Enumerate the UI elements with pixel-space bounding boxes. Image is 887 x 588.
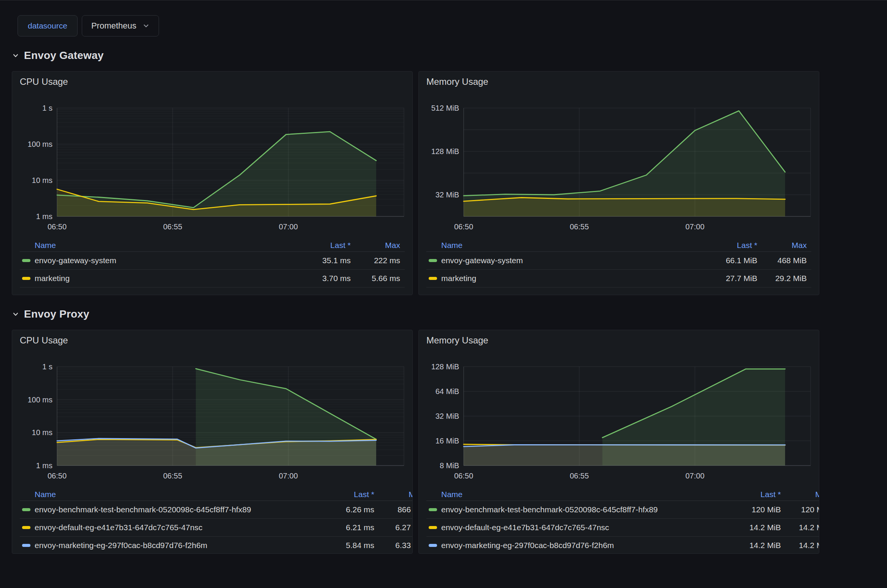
row-toggle-envoy-gateway[interactable]: Envoy Gateway [12, 49, 104, 62]
time-series-chart[interactable]: 1 s100 ms10 ms1 ms06:5006:5507:00 [20, 363, 405, 483]
svg-text:1 ms: 1 ms [36, 212, 52, 221]
legend-row[interactable]: envoy-benchmark-test-benchmark-0520098c-… [20, 501, 413, 519]
series-color-swatch [429, 277, 437, 280]
time-series-chart[interactable]: 512 MiB128 MiB32 MiB06:5006:5507:00 [426, 104, 811, 234]
legend-row[interactable]: envoy-default-eg-e41e7b31-647dc7c765-47n… [426, 519, 819, 537]
svg-text:07:00: 07:00 [279, 222, 298, 231]
svg-text:06:50: 06:50 [48, 472, 67, 480]
legend-header-name[interactable]: Name [441, 490, 716, 499]
svg-text:10 ms: 10 ms [32, 428, 52, 437]
panel-title[interactable]: Memory Usage [426, 335, 488, 346]
panel-title[interactable]: CPU Usage [20, 76, 68, 87]
series-color-swatch [22, 526, 30, 529]
series-last-value: 14.2 MiB [716, 541, 781, 550]
svg-text:1 s: 1 s [42, 104, 52, 112]
panel-gateway-memory-usage: Memory Usage 512 MiB128 MiB32 MiB06:5006… [418, 71, 819, 295]
legend-header-last[interactable]: Last * [693, 241, 757, 250]
series-max-value: 120 MiB [781, 505, 819, 514]
svg-text:06:50: 06:50 [48, 222, 67, 231]
legend-table: NameLast *Maxenvoy-gateway-system35.1 ms… [20, 240, 405, 288]
svg-text:10 ms: 10 ms [32, 176, 52, 184]
legend-header-name[interactable]: Name [441, 241, 693, 250]
series-last-value: 6.26 ms [310, 505, 374, 514]
panel-row: CPU Usage 1 s100 ms10 ms1 ms06:5006:5507… [12, 71, 819, 295]
svg-text:06:50: 06:50 [454, 222, 473, 231]
series-name[interactable]: envoy-default-eg-e41e7b31-647dc7c765-47n… [35, 523, 310, 532]
series-color-swatch [429, 508, 437, 511]
legend-header: NameLast *Max [20, 240, 405, 252]
series-color-swatch [22, 508, 30, 511]
series-name[interactable]: envoy-benchmark-test-benchmark-0520098c-… [441, 505, 716, 514]
legend-table: NameLast *Maxenvoy-benchmark-test-benchm… [426, 489, 811, 554]
legend-row[interactable]: envoy-marketing-eg-297f0cac-b8cd97d76-f2… [426, 537, 819, 554]
series-last-value: 5.84 ms [310, 541, 374, 550]
legend-row[interactable]: marketing27.7 MiB29.2 MiB [426, 270, 811, 288]
svg-text:06:55: 06:55 [570, 222, 589, 231]
series-max-value: 29.2 MiB [757, 274, 807, 283]
series-name[interactable]: envoy-default-eg-e41e7b31-647dc7c765-47n… [441, 523, 716, 532]
svg-text:32 MiB: 32 MiB [436, 412, 459, 420]
svg-text:8 MiB: 8 MiB [440, 461, 459, 470]
series-last-value: 6.21 ms [310, 523, 374, 532]
series-last-value: 14.2 MiB [716, 523, 781, 532]
svg-text:06:55: 06:55 [570, 472, 589, 480]
legend-header-name[interactable]: Name [35, 241, 286, 250]
series-name[interactable]: envoy-gateway-system [441, 256, 693, 265]
svg-text:100 ms: 100 ms [27, 396, 52, 404]
svg-text:06:55: 06:55 [163, 472, 182, 480]
series-name[interactable]: envoy-benchmark-test-benchmark-0520098c-… [35, 505, 310, 514]
series-last-value: 120 MiB [716, 505, 781, 514]
legend-row[interactable]: envoy-benchmark-test-benchmark-0520098c-… [426, 501, 819, 519]
dashboard-variables-toolbar: datasource Prometheus [17, 15, 887, 37]
series-max-value: 468 MiB [757, 256, 807, 265]
series-last-value: 27.7 MiB [693, 274, 757, 283]
series-name[interactable]: envoy-gateway-system [35, 256, 286, 265]
svg-text:100 ms: 100 ms [27, 140, 52, 148]
series-max-value: 6.27 ms [374, 523, 413, 532]
series-name[interactable]: marketing [441, 274, 693, 283]
legend-header-max[interactable]: Max [757, 241, 807, 250]
legend-header: NameLast *Max [426, 489, 819, 501]
legend-header-last[interactable]: Last * [286, 241, 351, 250]
svg-text:07:00: 07:00 [279, 472, 298, 480]
svg-text:06:50: 06:50 [454, 472, 473, 480]
svg-text:07:00: 07:00 [685, 472, 704, 480]
series-color-swatch [429, 544, 437, 547]
panel-title[interactable]: CPU Usage [20, 335, 68, 346]
legend-header-last[interactable]: Last * [310, 490, 374, 499]
legend-header-max[interactable]: Max [781, 490, 819, 499]
legend-row[interactable]: envoy-marketing-eg-297f0cac-b8cd97d76-f2… [20, 537, 413, 554]
series-last-value: 66.1 MiB [693, 256, 757, 265]
series-max-value: 222 ms [351, 256, 400, 265]
svg-text:1 s: 1 s [42, 363, 52, 371]
series-color-swatch [22, 544, 30, 547]
legend-header-last[interactable]: Last * [716, 490, 781, 499]
legend-row[interactable]: marketing3.70 ms5.66 ms [20, 270, 405, 288]
series-color-swatch [22, 259, 30, 262]
legend-row[interactable]: envoy-gateway-system66.1 MiB468 MiB [426, 252, 811, 270]
legend-header-name[interactable]: Name [35, 490, 310, 499]
legend-header-max[interactable]: Max [374, 490, 413, 499]
datasource-dropdown[interactable]: Prometheus [82, 15, 159, 37]
series-color-swatch [429, 526, 437, 529]
legend-header: NameLast *Max [20, 489, 413, 501]
series-name[interactable]: envoy-marketing-eg-297f0cac-b8cd97d76-f2… [35, 541, 310, 550]
panel-row: CPU Usage 1 s100 ms10 ms1 ms06:5006:5507… [12, 330, 819, 554]
legend-header-max[interactable]: Max [351, 241, 400, 250]
time-series-chart[interactable]: 128 MiB64 MiB32 MiB16 MiB8 MiB06:5006:55… [426, 363, 811, 483]
legend-table: NameLast *Maxenvoy-gateway-system66.1 Mi… [426, 240, 811, 288]
series-last-value: 3.70 ms [286, 274, 351, 283]
legend-row[interactable]: envoy-default-eg-e41e7b31-647dc7c765-47n… [20, 519, 413, 537]
row-toggle-envoy-proxy[interactable]: Envoy Proxy [12, 308, 89, 320]
series-max-value: 5.66 ms [351, 274, 400, 283]
panel-title[interactable]: Memory Usage [426, 76, 488, 87]
series-max-value: 14.2 MiB [781, 523, 819, 532]
series-max-value: 6.33 ms [374, 541, 413, 550]
time-series-chart[interactable]: 1 s100 ms10 ms1 ms06:5006:5507:00 [20, 104, 405, 234]
svg-text:06:55: 06:55 [163, 222, 182, 231]
series-name[interactable]: marketing [35, 274, 286, 283]
svg-text:07:00: 07:00 [685, 222, 704, 231]
series-name[interactable]: envoy-marketing-eg-297f0cac-b8cd97d76-f2… [441, 541, 716, 550]
legend-row[interactable]: envoy-gateway-system35.1 ms222 ms [20, 252, 405, 270]
series-color-swatch [22, 277, 30, 280]
